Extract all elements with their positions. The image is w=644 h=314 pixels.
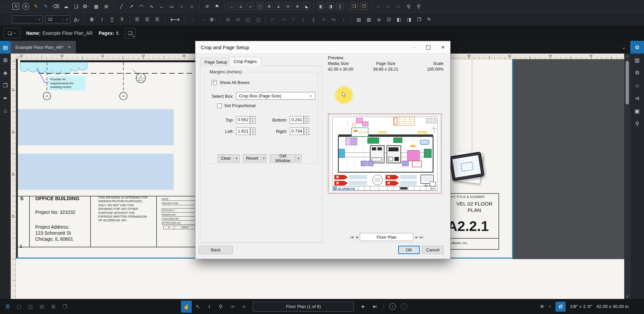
disable-line-weights-toggle[interactable]: Ø (555, 302, 566, 312)
distribute-vertical-tool[interactable]: ≡ (319, 15, 328, 23)
text-region-tool[interactable]: A (22, 3, 29, 10)
arc-tool[interactable]: ◠ (137, 2, 145, 10)
callout-tool[interactable]: ❏ (72, 2, 80, 10)
line-tool[interactable]: ╱ (117, 2, 125, 10)
rectangle-tool[interactable]: ▭ (168, 2, 176, 10)
last-page-icon[interactable]: ▶| (420, 235, 423, 239)
previous-page-button[interactable]: ◀ (238, 301, 249, 313)
polygon-tool[interactable]: ⌂ (188, 2, 196, 10)
close-icon[interactable]: ✕ (68, 45, 71, 50)
zoom-out-tool[interactable]: ⚲ (415, 2, 423, 10)
page-navigation-field[interactable]: Floor Plan (1 of 6) (253, 302, 354, 312)
align-objects-bottom-tool[interactable]: ⊥ (299, 15, 307, 23)
previous-page-icon[interactable]: ◀ (355, 235, 358, 239)
maximize-button[interactable] (421, 41, 435, 53)
split-horizontal-icon[interactable]: ⊟ (38, 303, 46, 311)
prev-style-tool[interactable]: ← (189, 15, 197, 23)
cancel-button[interactable]: Cancel (422, 246, 444, 254)
pan-tool[interactable]: ☝ (181, 301, 192, 313)
length-measurement-tool[interactable]: ↔ (228, 3, 235, 10)
av-requirements-callout[interactable]: Provide AV requirements for meeting room… (49, 76, 85, 90)
toolbar-grip-2[interactable]: ⋮⋮ (3, 17, 9, 21)
dialog-title-bar[interactable]: Crop and Page Setup — ✕ (195, 41, 450, 54)
feedback-icon[interactable]: ⌂ (0, 104, 11, 117)
arrow-style-tool[interactable]: ⟷ (168, 15, 182, 23)
area-measurement-tool[interactable]: ▱ (247, 3, 254, 10)
align-right-tool[interactable]: ☰ (153, 15, 161, 23)
right-margin-field[interactable]: 0.734 (290, 128, 304, 135)
align-left-tool[interactable]: ☰ (133, 15, 141, 23)
new-window-icon[interactable]: ⊞ (49, 303, 57, 311)
panel-left-tool[interactable]: ◧ (395, 15, 403, 23)
get-window-button[interactable]: Get Window▼ (270, 154, 301, 162)
measure-ruler-icon[interactable]: ▥ (630, 54, 644, 66)
close-button[interactable]: ✕ (435, 41, 450, 53)
page-preview-thumbnail[interactable]: BLUEBEAM A2.2.1 (328, 113, 442, 194)
arrow-tool[interactable]: ↗ (127, 2, 135, 10)
preview-page-field[interactable]: Floor Plan (360, 233, 413, 241)
stamp-tool[interactable]: ✪ (82, 2, 90, 10)
edit-pen-tool[interactable]: ✎ (425, 15, 433, 23)
highlight-rectangle-1[interactable] (18, 109, 174, 145)
apply-tool-1[interactable]: ▹ (374, 2, 383, 10)
volume-measurement-tool[interactable]: ⊛ (294, 3, 301, 10)
polylength-measurement-tool[interactable]: ∠ (237, 3, 245, 10)
sketch-rectangle-tool[interactable]: ❐ (360, 3, 367, 10)
file-tabs-icon[interactable]: ▤ (0, 41, 11, 54)
last-page-button[interactable]: ▶| (369, 301, 380, 313)
scroll-up-icon[interactable]: ∧ (624, 54, 630, 59)
distribute-horizontal-tool[interactable]: ∥ (309, 15, 317, 23)
send-back-tool[interactable]: ◲ (254, 15, 262, 23)
font-size-select[interactable]: 12∨ (46, 15, 70, 23)
first-page-button[interactable]: |◀ (227, 301, 237, 313)
markup-list-toggle[interactable]: ☰ (4, 303, 12, 311)
diameter-measurement-tool[interactable]: ⊕ (266, 3, 273, 10)
add-page-icon[interactable]: ❏ (125, 28, 135, 38)
next-style-tool[interactable]: → (199, 15, 207, 23)
perimeter-measurement-tool[interactable]: ▢ (256, 3, 264, 10)
count-measurement-tool[interactable]: ⣿ (336, 3, 344, 10)
revert-button[interactable]: Revert▼ (243, 154, 267, 162)
brightness-icon[interactable]: ☀ (539, 303, 544, 310)
chevron-down-icon[interactable]: ▼ (261, 157, 266, 160)
font-select[interactable]: ∨ (12, 15, 43, 23)
bottom-margin-field[interactable]: 0.241 (290, 116, 304, 124)
markup-list-tool[interactable]: ▤ (355, 15, 363, 23)
group-tool[interactable]: ⊞ (224, 15, 232, 23)
minimize-button[interactable]: — (406, 41, 421, 53)
chevron-down-icon[interactable]: ▼ (296, 157, 301, 160)
capture-icon[interactable]: ▣ (630, 104, 644, 117)
back-button[interactable]: Back (199, 246, 233, 254)
cloud-tool[interactable]: ☁ (62, 2, 70, 10)
eraser-tool[interactable]: ⌫ (52, 2, 60, 10)
flip-vertical-tool[interactable]: ↕ (340, 15, 348, 23)
clear-button[interactable]: Clear▼ (218, 154, 240, 162)
zoom-in-tool[interactable]: ⚲ (405, 2, 413, 10)
bring-front-tool[interactable]: ◰ (244, 15, 252, 23)
polyline-tool[interactable]: ∿ (148, 2, 156, 10)
bottom-margin-stepper[interactable]: ▲▼ (304, 116, 309, 124)
strikethrough-tool[interactable]: T (118, 15, 126, 23)
left-margin-field[interactable]: 1.621 (236, 128, 250, 135)
zoom-tool[interactable]: ⚲ (215, 301, 226, 313)
next-page-icon[interactable]: ▶ (415, 235, 418, 239)
top-margin-stepper[interactable]: ▲▼ (250, 116, 255, 124)
spaces-icon[interactable]: ⌂ (630, 79, 644, 92)
top-margin-field[interactable]: 0.552 (236, 116, 250, 124)
image-tool[interactable]: ▦ (92, 2, 100, 10)
ungroup-tool[interactable]: ⊟ (234, 15, 242, 23)
select-text-tool[interactable]: I (204, 301, 215, 313)
previous-view-button[interactable]: ‹ (389, 303, 396, 310)
rotate-tool[interactable]: ↺ (203, 2, 211, 10)
chevron-down-icon[interactable]: ▼ (234, 157, 239, 160)
rectangle-cutout-tool[interactable]: ◨ (327, 3, 334, 10)
split-vertical-icon[interactable]: ◫ (26, 303, 35, 311)
next-page-button[interactable]: ▶ (358, 301, 369, 313)
layers-icon[interactable]: ◈ (0, 66, 11, 79)
text-box-tool[interactable]: A (12, 3, 19, 10)
highlight-rectangle-2[interactable] (18, 154, 174, 190)
document-menu-button[interactable]: ❏ ∨ (3, 28, 20, 38)
single-page-view-icon[interactable]: ▢ (15, 303, 23, 311)
italic-tool[interactable]: I (98, 15, 106, 23)
markup-tools-icon[interactable]: ✒ (0, 92, 11, 104)
